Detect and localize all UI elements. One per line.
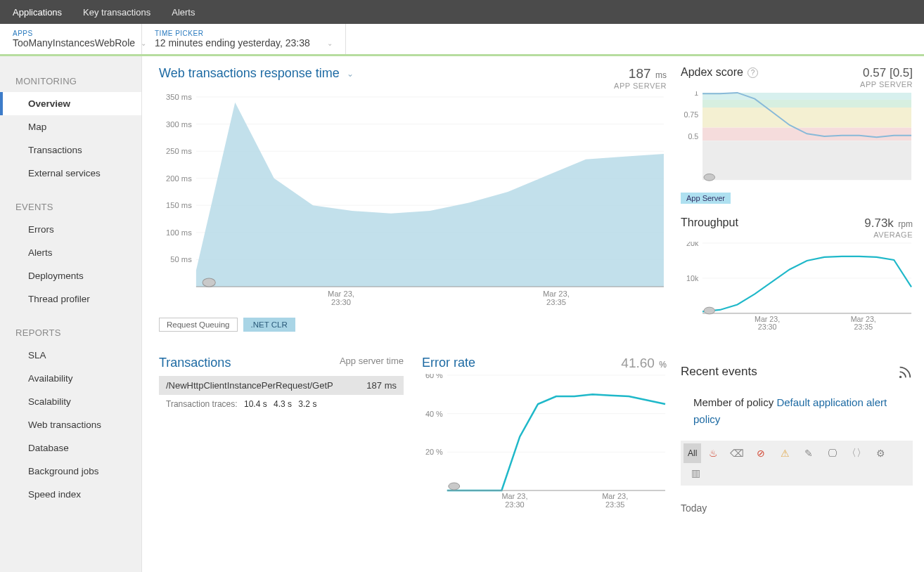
sidebar-item-transactions[interactable]: Transactions — [0, 138, 141, 162]
sidebar-section-events: EVENTS — [0, 195, 141, 218]
sidebar-item-availability[interactable]: Availability — [0, 367, 141, 390]
apdex-value: 0.57 [0.5] — [860, 66, 913, 80]
throughput-panel: Throughput 9.73k rpmAVERAGE 10k20kMar 23… — [681, 216, 913, 337]
svg-text:250 ms: 250 ms — [166, 147, 192, 155]
svg-rect-28 — [702, 93, 911, 100]
trace-3[interactable]: 3.2 s — [298, 399, 316, 409]
svg-text:300 ms: 300 ms — [166, 120, 192, 129]
sidebar-item-errors[interactable]: Errors — [0, 218, 141, 241]
sidebar-item-web-transactions[interactable]: Web transactions — [0, 413, 141, 436]
transactions-title[interactable]: Transactions — [159, 356, 231, 370]
throughput-value: 9.73k — [864, 216, 894, 230]
topnav-applications[interactable]: Applications — [13, 7, 62, 18]
policy-line: Member of policy Default application ale… — [693, 394, 913, 428]
legend-request-queuing[interactable]: Request Queuing — [159, 318, 238, 332]
sidebar-item-alerts[interactable]: Alerts — [0, 241, 141, 264]
sidebar-item-background-jobs[interactable]: Background jobs — [0, 460, 141, 483]
sidebar-item-overview[interactable]: Overview — [0, 92, 141, 115]
filter-all[interactable]: All — [684, 443, 701, 463]
svg-text:Mar 23,23:35: Mar 23,23:35 — [851, 314, 876, 331]
time-picker[interactable]: TIME PICKER 12 minutes ending yesterday,… — [142, 24, 346, 54]
app-picker[interactable]: APPS TooManyInstancesWebRole⌄ — [0, 24, 142, 54]
filter-monitor-icon[interactable]: 🖵 — [821, 443, 845, 463]
svg-point-36 — [704, 174, 715, 181]
error-rate-panel: Error rate 41.60 % 20 %40 %60 %Mar 23,23… — [422, 356, 667, 514]
selector-bar: APPS TooManyInstancesWebRole⌄ TIME PICKE… — [0, 24, 924, 56]
svg-text:100 ms: 100 ms — [166, 228, 192, 237]
apdex-panel: Apdex score? 0.57 [0.5]APP SERVER 0.50.7… — [681, 66, 913, 204]
response-time-header: Web transactions response time⌄ 187 ms A… — [159, 66, 667, 90]
filter-code-icon[interactable]: 〈〉 — [845, 443, 868, 463]
svg-text:40 %: 40 % — [425, 410, 443, 418]
recent-events-panel: Recent events Member of policy Default a… — [681, 365, 913, 514]
filter-error-icon[interactable]: ⊘ — [749, 443, 773, 463]
event-filter-bar: All ♨ ⌫ ⊘ ⚠ ✎ 🖵 〈〉 ⚙ ▥ — [681, 441, 913, 486]
apdex-title: Apdex score? — [681, 66, 758, 79]
filter-erase-icon[interactable]: ⌫ — [725, 443, 749, 463]
transactions-panel: Transactions App server time /NewHttpCli… — [159, 356, 404, 514]
svg-point-25 — [449, 483, 460, 490]
svg-text:0.75: 0.75 — [684, 110, 698, 119]
sidebar-item-deployments[interactable]: Deployments — [0, 264, 141, 287]
response-time-sub: APP SERVER — [614, 82, 667, 90]
svg-rect-29 — [702, 100, 911, 108]
filter-gear-icon[interactable]: ⚙ — [868, 443, 892, 463]
error-rate-title[interactable]: Error rate — [422, 356, 475, 370]
response-time-value: 187 — [629, 66, 651, 81]
svg-rect-30 — [702, 108, 911, 128]
chevron-down-icon: ⌄ — [347, 69, 354, 79]
svg-text:Mar 23,23:30: Mar 23,23:30 — [501, 492, 527, 509]
svg-text:0.5: 0.5 — [688, 132, 698, 141]
apdex-chart[interactable]: 0.50.751 — [681, 91, 913, 187]
filter-barchart-icon[interactable]: ▥ — [684, 463, 707, 483]
transaction-traces: Transaction traces: 10.4 s 4.3 s 3.2 s — [159, 395, 404, 409]
sidebar: MONITORING Overview Map Transactions Ext… — [0, 56, 142, 572]
throughput-title: Throughput — [681, 216, 738, 229]
transaction-time: 187 ms — [366, 380, 397, 391]
sidebar-item-database[interactable]: Database — [0, 436, 141, 460]
svg-point-45 — [899, 376, 901, 378]
chevron-down-icon: ⌄ — [327, 39, 333, 47]
topnav-alerts[interactable]: Alerts — [172, 7, 195, 18]
help-icon[interactable]: ? — [747, 67, 758, 78]
transaction-row[interactable]: /NewHttpClientInstancePerRequest/GetP 18… — [159, 376, 404, 395]
svg-text:150 ms: 150 ms — [166, 201, 192, 209]
sidebar-section-reports: REPORTS — [0, 320, 141, 344]
filter-fire-icon[interactable]: ♨ — [701, 443, 725, 463]
trace-2[interactable]: 4.3 s — [274, 399, 292, 409]
response-time-chart[interactable]: 50 ms100 ms150 ms200 ms250 ms300 ms350 m… — [159, 94, 667, 312]
svg-text:20k: 20k — [686, 242, 699, 247]
topnav-key-transactions[interactable]: Key transactions — [83, 7, 150, 18]
sidebar-item-speed-index[interactable]: Speed index — [0, 483, 141, 506]
legend-net-clr[interactable]: .NET CLR — [243, 318, 295, 332]
top-nav: Applications Key transactions Alerts — [0, 0, 924, 24]
filter-warning-icon[interactable]: ⚠ — [773, 443, 797, 463]
sidebar-item-sla[interactable]: SLA — [0, 344, 141, 367]
svg-point-15 — [203, 278, 215, 287]
trace-1[interactable]: 10.4 s — [244, 399, 267, 409]
svg-text:60 %: 60 % — [425, 374, 443, 379]
svg-point-42 — [704, 307, 715, 314]
transactions-subtitle: App server time — [340, 356, 404, 366]
svg-text:Mar 23,23:35: Mar 23,23:35 — [602, 492, 628, 509]
app-picker-label: APPS — [13, 30, 129, 37]
svg-text:Mar 23,23:30: Mar 23,23:30 — [328, 290, 354, 306]
sidebar-item-scalability[interactable]: Scalability — [0, 390, 141, 413]
throughput-chart[interactable]: 10k20kMar 23,23:30Mar 23,23:35 — [681, 242, 913, 334]
svg-text:350 ms: 350 ms — [166, 94, 192, 101]
apdex-badge[interactable]: App Server — [681, 193, 731, 204]
sidebar-section-monitoring: MONITORING — [0, 69, 141, 92]
svg-text:50 ms: 50 ms — [170, 256, 192, 264]
sidebar-item-map[interactable]: Map — [0, 115, 141, 138]
svg-text:200 ms: 200 ms — [166, 174, 192, 183]
response-time-legend: Request Queuing .NET CLR — [159, 318, 667, 332]
svg-text:Mar 23,23:30: Mar 23,23:30 — [755, 314, 780, 331]
error-rate-chart[interactable]: 20 %40 %60 %Mar 23,23:30Mar 23,23:35 — [422, 374, 667, 514]
sidebar-item-thread-profiler[interactable]: Thread profiler — [0, 287, 141, 311]
filter-edit-icon[interactable]: ✎ — [797, 443, 821, 463]
sidebar-item-external-services[interactable]: External services — [0, 162, 141, 185]
rss-icon[interactable] — [897, 365, 913, 383]
response-time-title[interactable]: Web transactions response time⌄ — [159, 66, 354, 81]
recent-today-label: Today — [681, 502, 913, 514]
svg-text:1: 1 — [694, 91, 698, 97]
